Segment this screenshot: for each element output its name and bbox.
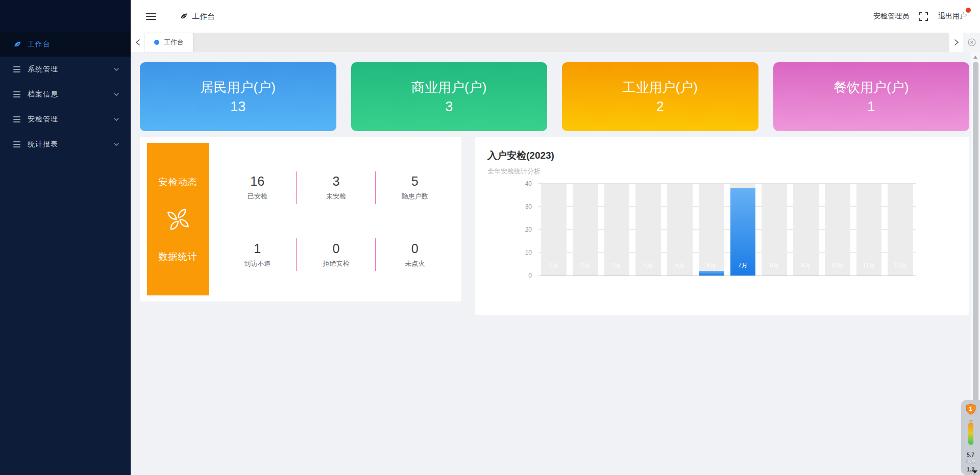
chart-bar-slot: 9月 xyxy=(793,184,819,276)
chart-xtick-label: 11月 xyxy=(856,261,882,270)
chart-bar-slot: 3月 xyxy=(604,184,630,276)
chart-xtick-label: 7月 xyxy=(730,261,756,270)
card-title: 商业用户(户) xyxy=(411,79,486,96)
stat-hazard-households: 5 隐患户数 xyxy=(376,154,454,221)
stat-not-inspected: 3 未安检 xyxy=(297,154,375,221)
stat-value: 0 xyxy=(411,241,419,256)
chart-bar-slot: 12月 xyxy=(888,184,913,276)
summary-side-block: 安检动态 数据统计 xyxy=(147,143,209,295)
stat-label: 未点火 xyxy=(405,259,425,268)
chart-bar-slot: 6月 xyxy=(699,184,724,276)
stat-refused: 0 拒绝安检 xyxy=(297,221,375,289)
chart-bar-slot: 11月 xyxy=(856,184,882,276)
chart-xtick-label: 12月 xyxy=(888,261,913,270)
main-area: 工作台 安检管理员 退出用户 xyxy=(131,0,980,475)
sidebar-item-label: 统计报表 xyxy=(28,140,113,149)
sidebar-item-inspection[interactable]: 安检管理 xyxy=(0,107,131,132)
card-resident-users: 居民用户(户) 13 xyxy=(140,62,336,131)
stat-label: 隐患户数 xyxy=(402,192,428,201)
chart-xtick-label: 1月 xyxy=(541,261,567,270)
tab-label: 工作台 xyxy=(164,38,184,47)
card-value: 1 xyxy=(867,99,875,115)
upload-speed-value: 5.7 xyxy=(966,452,975,459)
close-tabs-button[interactable] xyxy=(963,33,980,52)
sidebar-item-system[interactable]: 系统管理 xyxy=(0,57,131,82)
annual-inspection-chart-panel: 入户安检(2023) 全年安检统计分析 0102030401月2月3月4月5月6… xyxy=(475,137,969,315)
chart-xtick-label: 6月 xyxy=(699,261,724,270)
sidebar-logo-area xyxy=(0,0,131,32)
breadcrumb: 工作台 xyxy=(180,12,215,21)
chart-xtick-label: 2月 xyxy=(573,261,598,270)
chart-panel-footer-divider xyxy=(487,286,957,292)
chart-bar-slot: 10月 xyxy=(825,184,850,276)
logout-label: 退出用户 xyxy=(938,12,967,20)
chart-bars: 1月2月3月4月5月6月7月8月9月10月11月12月 xyxy=(538,184,916,276)
tab-bar: 工作台 xyxy=(131,33,980,52)
chart-plot: 0102030401月2月3月4月5月6月7月8月9月10月11月12月 xyxy=(538,184,916,276)
card-value: 13 xyxy=(230,99,246,115)
stat-value: 5 xyxy=(411,174,419,189)
upload-speed-unit: K/s xyxy=(968,459,975,464)
stat-value: 16 xyxy=(250,174,264,189)
chart-bar-slot: 7月 xyxy=(730,184,756,276)
chart-bar xyxy=(699,271,724,276)
card-title: 餐饮用户(户) xyxy=(834,79,909,96)
page-title: 工作台 xyxy=(192,12,215,21)
tabs-scroll-left-button[interactable] xyxy=(131,33,145,52)
stat-label: 拒绝安检 xyxy=(323,259,349,268)
chart-bar-slot: 4月 xyxy=(635,184,661,276)
leaf-icon xyxy=(180,12,188,20)
chart-title: 入户安检(2023) xyxy=(487,149,957,162)
chart-ytick-label: 40 xyxy=(525,180,532,187)
chevron-down-icon xyxy=(113,116,119,122)
upload-speed: 5.7 ↑K/s xyxy=(966,452,975,465)
chart-bar-slot: 2月 xyxy=(573,184,598,276)
list-icon xyxy=(13,65,21,73)
net-level-gauge xyxy=(968,420,973,445)
fullscreen-icon[interactable] xyxy=(919,12,928,21)
sidebar-item-archives[interactable]: 档案信息 xyxy=(0,82,131,107)
sidebar-item-label: 工作台 xyxy=(28,40,119,49)
stat-label: 到访不遇 xyxy=(244,259,271,268)
panels-row: 安检动态 数据统计 xyxy=(140,137,969,315)
pinwheel-icon xyxy=(164,206,192,233)
card-commercial-users: 商业用户(户) 3 xyxy=(351,62,548,131)
chart-xtick-label: 9月 xyxy=(793,261,819,270)
logout-button[interactable]: 退出用户 xyxy=(938,12,967,21)
list-icon xyxy=(13,115,21,123)
card-value: 2 xyxy=(656,99,664,115)
card-value: 3 xyxy=(445,99,453,115)
hamburger-menu-icon[interactable] xyxy=(146,13,156,20)
chevron-down-icon xyxy=(113,91,119,97)
card-industrial-users: 工业用户(户) 2 xyxy=(562,62,758,131)
shield-badge-icon[interactable]: 1 xyxy=(966,404,976,415)
summary-stats-grid: 16 已安检 3 未安检 5 隐患户数 1 到访 xyxy=(209,143,454,295)
tab-workbench[interactable]: 工作台 xyxy=(145,33,193,52)
sidebar-item-workbench[interactable]: 工作台 xyxy=(0,32,131,57)
stat-not-ignited: 0 未点火 xyxy=(376,221,454,289)
tabs-scroll-right-button[interactable] xyxy=(949,33,963,52)
summary-side-title: 安检动态 xyxy=(159,176,198,188)
inspection-summary-panel: 安检动态 数据统计 xyxy=(140,137,461,302)
card-title: 居民用户(户) xyxy=(201,79,276,96)
scrollbar-thumb[interactable] xyxy=(973,62,978,416)
chart-xtick-label: 5月 xyxy=(667,261,693,270)
net-speed-widget[interactable]: 1 5.7 ↑K/s 1.2 ↓K/s xyxy=(961,400,980,475)
chart-xtick-label: 3月 xyxy=(604,261,630,270)
card-title: 工业用户(户) xyxy=(623,79,698,96)
tab-strip: 工作台 xyxy=(145,33,949,52)
username-label[interactable]: 安检管理员 xyxy=(873,12,909,21)
chart-xtick-label: 8月 xyxy=(762,261,787,270)
card-catering-users: 餐饮用户(户) 1 xyxy=(773,62,970,131)
chevron-down-icon xyxy=(113,66,119,72)
sidebar: 工作台 系统管理 档案信息 安检管理 xyxy=(0,0,131,475)
stat-cards-row: 居民用户(户) 13 商业用户(户) 3 工业用户(户) 2 餐饮用户(户) 1 xyxy=(140,62,969,131)
chart-gridline xyxy=(538,183,916,184)
widget-collapse-arrow-icon[interactable] xyxy=(972,470,977,473)
sidebar-item-label: 系统管理 xyxy=(28,65,113,74)
content-area: 居民用户(户) 13 商业用户(户) 3 工业用户(户) 2 餐饮用户(户) 1 xyxy=(131,52,980,475)
scrollbar-up-arrow-icon[interactable] xyxy=(973,56,977,59)
stat-value: 3 xyxy=(333,174,340,189)
notification-dot xyxy=(966,8,971,13)
sidebar-item-reports[interactable]: 统计报表 xyxy=(0,132,131,157)
